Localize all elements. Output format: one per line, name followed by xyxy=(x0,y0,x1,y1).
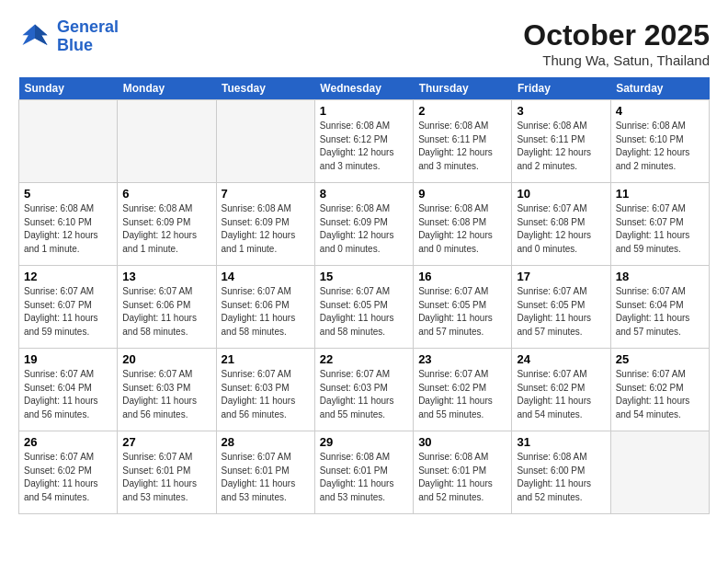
calendar: SundayMondayTuesdayWednesdayThursdayFrid… xyxy=(18,77,710,514)
day-info: Sunrise: 6:07 AM Sunset: 6:06 PM Dayligh… xyxy=(222,285,310,339)
day-info: Sunrise: 6:08 AM Sunset: 6:11 PM Dayligh… xyxy=(517,120,605,173)
day-number: 25 xyxy=(616,352,704,366)
weekday-header: Monday xyxy=(118,77,216,100)
day-info: Sunrise: 6:08 AM Sunset: 6:12 PM Dayligh… xyxy=(320,120,408,173)
day-number: 17 xyxy=(517,270,605,283)
day-info: Sunrise: 6:07 AM Sunset: 6:07 PM Dayligh… xyxy=(24,285,112,339)
day-cell xyxy=(610,431,709,514)
day-cell xyxy=(216,100,314,183)
day-number: 18 xyxy=(616,270,704,283)
day-number: 1 xyxy=(320,104,408,118)
day-cell: 15Sunrise: 6:07 AM Sunset: 6:05 PM Dayli… xyxy=(314,266,413,349)
day-cell: 16Sunrise: 6:07 AM Sunset: 6:05 PM Dayli… xyxy=(414,266,512,349)
day-info: Sunrise: 6:07 AM Sunset: 6:07 PM Dayligh… xyxy=(616,202,704,256)
day-cell: 13Sunrise: 6:07 AM Sunset: 6:06 PM Dayli… xyxy=(118,266,216,349)
day-number: 19 xyxy=(24,352,112,366)
day-cell: 1Sunrise: 6:08 AM Sunset: 6:12 PM Daylig… xyxy=(314,100,413,183)
week-row: 26Sunrise: 6:07 AM Sunset: 6:02 PM Dayli… xyxy=(19,431,710,514)
day-info: Sunrise: 6:08 AM Sunset: 6:01 PM Dayligh… xyxy=(418,451,506,504)
day-number: 8 xyxy=(320,187,408,201)
day-cell: 4Sunrise: 6:08 AM Sunset: 6:10 PM Daylig… xyxy=(610,100,709,183)
day-number: 6 xyxy=(122,187,210,201)
day-cell: 24Sunrise: 6:07 AM Sunset: 6:02 PM Dayli… xyxy=(512,349,610,431)
day-cell: 25Sunrise: 6:07 AM Sunset: 6:02 PM Dayli… xyxy=(610,349,709,431)
day-info: Sunrise: 6:08 AM Sunset: 6:09 PM Dayligh… xyxy=(122,202,210,256)
day-info: Sunrise: 6:08 AM Sunset: 6:09 PM Dayligh… xyxy=(222,202,310,256)
weekday-header: Thursday xyxy=(414,77,512,100)
day-info: Sunrise: 6:08 AM Sunset: 6:09 PM Dayligh… xyxy=(320,202,408,256)
day-number: 14 xyxy=(222,270,310,283)
day-number: 15 xyxy=(320,270,408,283)
day-number: 29 xyxy=(320,435,408,449)
page-header: General Blue October 2025 Thung Wa, Satu… xyxy=(18,18,710,68)
day-number: 28 xyxy=(222,435,310,449)
day-cell: 14Sunrise: 6:07 AM Sunset: 6:06 PM Dayli… xyxy=(216,266,314,349)
day-cell: 5Sunrise: 6:08 AM Sunset: 6:10 PM Daylig… xyxy=(19,183,118,266)
day-info: Sunrise: 6:07 AM Sunset: 6:02 PM Dayligh… xyxy=(616,368,704,421)
day-number: 23 xyxy=(418,352,506,366)
day-number: 7 xyxy=(222,187,310,201)
day-cell: 21Sunrise: 6:07 AM Sunset: 6:03 PM Dayli… xyxy=(216,349,314,431)
weekday-header: Tuesday xyxy=(216,77,314,100)
day-info: Sunrise: 6:08 AM Sunset: 6:00 PM Dayligh… xyxy=(517,451,605,504)
day-info: Sunrise: 6:07 AM Sunset: 6:03 PM Dayligh… xyxy=(320,368,408,421)
day-number: 5 xyxy=(24,187,112,201)
weekday-header: Saturday xyxy=(610,77,709,100)
day-cell: 12Sunrise: 6:07 AM Sunset: 6:07 PM Dayli… xyxy=(19,266,118,349)
day-number: 30 xyxy=(418,435,506,449)
day-cell: 31Sunrise: 6:08 AM Sunset: 6:00 PM Dayli… xyxy=(512,431,610,514)
day-info: Sunrise: 6:07 AM Sunset: 6:02 PM Dayligh… xyxy=(418,368,506,421)
logo: General Blue xyxy=(18,18,119,55)
day-number: 31 xyxy=(517,435,605,449)
day-cell: 2Sunrise: 6:08 AM Sunset: 6:11 PM Daylig… xyxy=(414,100,512,183)
day-cell: 9Sunrise: 6:08 AM Sunset: 6:08 PM Daylig… xyxy=(414,183,512,266)
day-info: Sunrise: 6:08 AM Sunset: 6:10 PM Dayligh… xyxy=(24,202,112,256)
location: Thung Wa, Satun, Thailand xyxy=(523,52,710,68)
day-number: 4 xyxy=(616,104,704,118)
day-info: Sunrise: 6:08 AM Sunset: 6:10 PM Dayligh… xyxy=(616,120,704,173)
day-number: 27 xyxy=(122,435,210,449)
day-info: Sunrise: 6:07 AM Sunset: 6:05 PM Dayligh… xyxy=(517,285,605,339)
day-cell: 6Sunrise: 6:08 AM Sunset: 6:09 PM Daylig… xyxy=(118,183,216,266)
day-cell: 27Sunrise: 6:07 AM Sunset: 6:01 PM Dayli… xyxy=(118,431,216,514)
day-number: 24 xyxy=(517,352,605,366)
day-cell: 28Sunrise: 6:07 AM Sunset: 6:01 PM Dayli… xyxy=(216,431,314,514)
day-cell: 18Sunrise: 6:07 AM Sunset: 6:04 PM Dayli… xyxy=(610,266,709,349)
day-info: Sunrise: 6:07 AM Sunset: 6:05 PM Dayligh… xyxy=(320,285,408,339)
day-info: Sunrise: 6:08 AM Sunset: 6:08 PM Dayligh… xyxy=(418,202,506,256)
day-number: 9 xyxy=(418,187,506,201)
day-number: 20 xyxy=(122,352,210,366)
day-cell: 20Sunrise: 6:07 AM Sunset: 6:03 PM Dayli… xyxy=(118,349,216,431)
day-cell: 29Sunrise: 6:08 AM Sunset: 6:01 PM Dayli… xyxy=(314,431,413,514)
svg-marker-1 xyxy=(35,24,48,45)
day-number: 3 xyxy=(517,104,605,118)
weekday-header-row: SundayMondayTuesdayWednesdayThursdayFrid… xyxy=(19,77,710,100)
day-cell xyxy=(19,100,118,183)
logo-icon xyxy=(18,20,51,53)
day-cell xyxy=(118,100,216,183)
day-cell: 11Sunrise: 6:07 AM Sunset: 6:07 PM Dayli… xyxy=(610,183,709,266)
title-block: October 2025 Thung Wa, Satun, Thailand xyxy=(523,18,710,68)
week-row: 5Sunrise: 6:08 AM Sunset: 6:10 PM Daylig… xyxy=(19,183,710,266)
day-info: Sunrise: 6:08 AM Sunset: 6:11 PM Dayligh… xyxy=(418,120,506,173)
weekday-header: Wednesday xyxy=(314,77,413,100)
day-info: Sunrise: 6:08 AM Sunset: 6:01 PM Dayligh… xyxy=(320,451,408,504)
day-info: Sunrise: 6:07 AM Sunset: 6:01 PM Dayligh… xyxy=(222,451,310,504)
day-cell: 22Sunrise: 6:07 AM Sunset: 6:03 PM Dayli… xyxy=(314,349,413,431)
day-number: 26 xyxy=(24,435,112,449)
day-info: Sunrise: 6:07 AM Sunset: 6:01 PM Dayligh… xyxy=(122,451,210,504)
day-cell: 23Sunrise: 6:07 AM Sunset: 6:02 PM Dayli… xyxy=(414,349,512,431)
day-number: 11 xyxy=(616,187,704,201)
day-number: 12 xyxy=(24,270,112,283)
day-cell: 26Sunrise: 6:07 AM Sunset: 6:02 PM Dayli… xyxy=(19,431,118,514)
day-number: 2 xyxy=(418,104,506,118)
week-row: 19Sunrise: 6:07 AM Sunset: 6:04 PM Dayli… xyxy=(19,349,710,431)
day-info: Sunrise: 6:07 AM Sunset: 6:06 PM Dayligh… xyxy=(122,285,210,339)
day-cell: 3Sunrise: 6:08 AM Sunset: 6:11 PM Daylig… xyxy=(512,100,610,183)
day-number: 22 xyxy=(320,352,408,366)
day-cell: 17Sunrise: 6:07 AM Sunset: 6:05 PM Dayli… xyxy=(512,266,610,349)
week-row: 12Sunrise: 6:07 AM Sunset: 6:07 PM Dayli… xyxy=(19,266,710,349)
day-cell: 8Sunrise: 6:08 AM Sunset: 6:09 PM Daylig… xyxy=(314,183,413,266)
day-cell: 7Sunrise: 6:08 AM Sunset: 6:09 PM Daylig… xyxy=(216,183,314,266)
day-info: Sunrise: 6:07 AM Sunset: 6:05 PM Dayligh… xyxy=(418,285,506,339)
